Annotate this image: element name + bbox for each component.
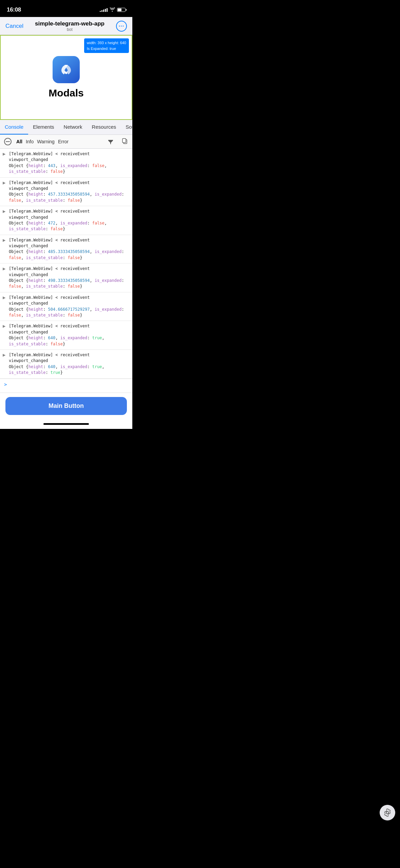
console-log[interactable]: ▶ [Telegram.WebView] < receiveEvent view… — [0, 149, 132, 393]
svg-rect-2 — [122, 139, 126, 143]
filter-info[interactable]: Info — [26, 139, 34, 144]
log-entry[interactable]: ▶ [Telegram.WebView] < receiveEvent view… — [0, 149, 132, 178]
filter-error[interactable]: Error — [58, 139, 69, 144]
log-body: Object {height: 640, is_expanded: true, … — [9, 364, 128, 376]
tab-sources[interactable]: Sources — [121, 120, 132, 134]
expand-arrow[interactable]: ▶ — [3, 295, 5, 301]
nav-bar: Cancel simple-telegram-web-app bot ··· — [0, 17, 132, 35]
svg-point-0 — [65, 72, 67, 74]
webview-area: width: 393 x height: 640 Is Expanded: tr… — [0, 35, 132, 120]
expand-arrow[interactable]: ▶ — [3, 324, 5, 329]
tab-resources[interactable]: Resources — [87, 120, 121, 134]
log-entry[interactable]: ▶ [Telegram.WebView] < receiveEvent view… — [0, 350, 132, 379]
tab-console[interactable]: Console — [0, 120, 28, 134]
expand-arrow[interactable]: ▶ — [3, 209, 5, 214]
log-header: [Telegram.WebView] < receiveEvent viewpo… — [9, 151, 128, 163]
more-button[interactable]: ··· — [116, 21, 127, 32]
log-header: [Telegram.WebView] < receiveEvent viewpo… — [9, 323, 128, 335]
log-header: [Telegram.WebView] < receiveEvent viewpo… — [9, 352, 128, 364]
app-icon — [53, 56, 80, 83]
log-entry[interactable]: ▶ [Telegram.WebView] < receiveEvent view… — [0, 292, 132, 321]
log-body: Object {height: 457.3333435058594, is_ex… — [9, 192, 128, 203]
console-prompt[interactable]: > — [0, 379, 132, 390]
log-body: Object {height: 498.3333435058594, is_ex… — [9, 278, 128, 290]
expand-arrow[interactable]: ▶ — [3, 266, 5, 272]
log-entry[interactable]: ▶ [Telegram.WebView] < receiveEvent view… — [0, 264, 132, 292]
log-header: [Telegram.WebView] < receiveEvent viewpo… — [9, 295, 128, 307]
copy-button[interactable] — [119, 138, 128, 146]
status-icons — [100, 7, 126, 13]
log-body: Object {height: 485.3333435058594, is_ex… — [9, 249, 128, 261]
status-bar: 16:08 — [0, 0, 132, 17]
page-heading: Modals — [43, 87, 89, 99]
log-entry[interactable]: ▶ [Telegram.WebView] < receiveEvent view… — [0, 321, 132, 350]
devtools-tabs: Console Elements Network Resources Sourc… — [0, 120, 132, 135]
log-body: Object {height: 472, is_expanded: false,… — [9, 220, 128, 232]
battery-icon — [117, 8, 126, 12]
log-entry[interactable]: ▶ [Telegram.WebView] < receiveEvent view… — [0, 178, 132, 206]
nav-title: simple-telegram-web-app — [35, 20, 104, 27]
filter-all[interactable]: All — [16, 139, 22, 144]
log-body: Object {height: 640, is_expanded: true, … — [9, 335, 128, 347]
expand-arrow[interactable]: ▶ — [3, 180, 5, 186]
log-body: Object {height: 504.6666717529297, is_ex… — [9, 307, 128, 319]
main-button[interactable]: Main Button — [5, 397, 127, 415]
wifi-icon — [110, 7, 115, 13]
home-bar — [43, 423, 89, 425]
log-header: [Telegram.WebView] < receiveEvent viewpo… — [9, 209, 128, 220]
tab-elements[interactable]: Elements — [28, 120, 59, 134]
filter-labels: All Info Warning Error — [16, 139, 102, 144]
nav-title-group: simple-telegram-web-app bot — [35, 20, 104, 32]
expand-arrow[interactable]: ▶ — [3, 151, 5, 157]
console-toolbar: All Info Warning Error — [0, 135, 132, 149]
log-body: Object {height: 443, is_expanded: false,… — [9, 163, 128, 175]
filter-warning[interactable]: Warning — [37, 139, 55, 144]
cancel-button[interactable]: Cancel — [5, 23, 23, 30]
log-header: [Telegram.WebView] < receiveEvent viewpo… — [9, 266, 128, 278]
log-header: [Telegram.WebView] < receiveEvent viewpo… — [9, 180, 128, 192]
expand-arrow[interactable]: ▶ — [3, 352, 5, 358]
log-entry[interactable]: ▶ [Telegram.WebView] < receiveEvent view… — [0, 235, 132, 264]
home-indicator — [0, 420, 132, 429]
filter-button[interactable] — [107, 138, 114, 145]
webview-info-badge: width: 393 x height: 640 Is Expanded: tr… — [84, 38, 129, 53]
nav-subtitle: bot — [35, 27, 104, 32]
log-entry[interactable]: ▶ [Telegram.WebView] < receiveEvent view… — [0, 206, 132, 235]
main-button-container: Main Button — [0, 393, 132, 420]
log-header: [Telegram.WebView] < receiveEvent viewpo… — [9, 237, 128, 249]
clear-console-button[interactable] — [4, 138, 12, 145]
signal-bars-icon — [100, 8, 108, 12]
status-time: 16:08 — [7, 6, 21, 13]
tab-network[interactable]: Network — [59, 120, 87, 134]
expand-arrow[interactable]: ▶ — [3, 238, 5, 243]
